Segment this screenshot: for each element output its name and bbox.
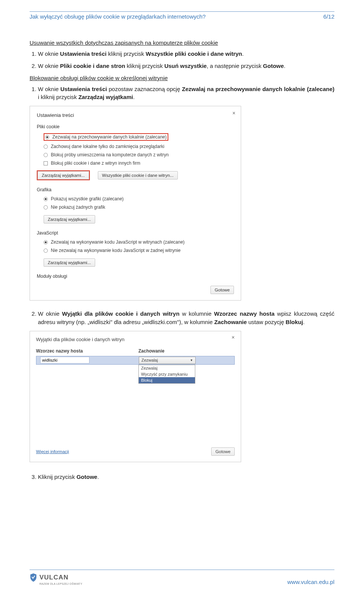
page-header: Jak wyłączyć obsługę plików cookie w prz… (30, 12, 334, 35)
chevron-down-icon: ▼ (190, 359, 193, 362)
section2-item-2: W oknie Wyjątki dla plików cookie i dany… (38, 310, 334, 326)
menu-allow[interactable]: Zezwalaj (139, 365, 195, 371)
highlight-red: Zezwalaj na przechowywanie danych lokaln… (44, 133, 168, 141)
section2-list-cont: W oknie Wyjątki dla plików cookie i dany… (30, 310, 334, 326)
page-footer: VULCAN RAZEM DLA LEPSZEJ OŚWIATY www.vul… (30, 570, 334, 585)
gfx-exceptions-button[interactable]: Zarządzaj wyjątkami... (44, 215, 95, 224)
group-graphics: Grafika Pokazuj wszystkie grafiki (zalec… (37, 187, 234, 224)
footer-url: www.vulcan.edu.pl (287, 579, 334, 585)
menu-clear[interactable]: Wyczyść przy zamykaniu (139, 371, 195, 377)
highlight-red-btn: Zarządzaj wyjątkami... (37, 170, 90, 180)
section2-item-1: W oknie Ustawienia treści pozostaw zazna… (38, 85, 334, 102)
section2-list-end: Kliknij przycisk Gotowe. (30, 473, 334, 481)
table-empty (36, 384, 235, 444)
done-button[interactable]: Gotowe (211, 447, 235, 456)
radio-gfx-hide[interactable]: Nie pokazuj żadnych grafik (44, 205, 234, 210)
group-plugins: Moduły obsługi (37, 274, 234, 279)
section1-title: Usuwanie wszystkich dotychczas zapisanyc… (30, 39, 334, 46)
header-page: 6/12 (323, 13, 334, 20)
brand-name: VULCAN (39, 574, 69, 581)
behavior-menu: Zezwalaj Wyczyść przy zamykaniu Blokuj (138, 365, 195, 384)
col-behavior: Zachowanie (138, 348, 165, 354)
header-title: Jak wyłączyć obsługę plików cookie w prz… (30, 13, 206, 20)
section1-item-2: W oknie Pliki cookie i dane stron klikni… (38, 62, 334, 70)
all-cookies-button[interactable]: Wszystkie pliki cookie i dane witryn... (98, 171, 178, 179)
group-plugins-title: Moduły obsługi (37, 274, 234, 279)
dialog2-footer: Więcej informacji Gotowe (36, 447, 235, 456)
radio-icon (44, 153, 48, 157)
radio-gfx-show[interactable]: Pokazuj wszystkie grafiki (zalecane) (44, 196, 234, 201)
more-info-link[interactable]: Więcej informacji (36, 449, 69, 454)
close-icon[interactable]: × (232, 334, 235, 340)
behavior-select[interactable]: Zezwalaj ▼ (139, 357, 196, 364)
section2-title: Blokowanie obsługi plików cookie w okreś… (30, 75, 334, 81)
group-cookies-title: Pliki cookie (37, 124, 234, 129)
radio-icon (45, 135, 49, 139)
radio-cookies-session[interactable]: Zachowuj dane lokalne tylko do zamknięci… (44, 144, 234, 149)
close-icon[interactable]: × (232, 110, 235, 116)
radio-js-allow[interactable]: Zezwalaj na wykonywanie kodu JavaScript … (44, 239, 234, 245)
section1-item-1: W oknie Ustawienia treści kliknij przyci… (38, 50, 334, 58)
menu-block[interactable]: Blokuj (139, 377, 195, 383)
checkbox-icon (44, 161, 48, 165)
group-cookies: Pliki cookie Zezwalaj na przechowywanie … (37, 124, 234, 180)
brand-logo: VULCAN RAZEM DLA LEPSZEJ OŚWIATY (30, 573, 82, 585)
screenshot-settings: × Ustawienia treści Pliki cookie Zezwala… (30, 106, 241, 301)
table-header: Wzorzec nazwy hosta Zachowanie (36, 345, 235, 356)
radio-icon (44, 240, 48, 244)
screenshot-exceptions: × Wyjątki dla plików cookie i danych wit… (30, 331, 241, 462)
section1-list: W oknie Ustawienia treści kliknij przyci… (30, 50, 334, 70)
dialog-footer: Gotowe (37, 286, 234, 294)
radio-js-block[interactable]: Nie zezwalaj na wykonywanie kodu JavaScr… (44, 248, 234, 253)
radio-icon (44, 249, 48, 253)
radio-icon (44, 205, 48, 209)
section2-list: W oknie Ustawienia treści pozostaw zazna… (30, 85, 334, 102)
radio-icon (44, 145, 48, 149)
radio-icon (44, 197, 48, 201)
group-graphics-title: Grafika (37, 187, 234, 192)
dialog-title: Ustawienia treści (37, 112, 234, 118)
dialog2-title: Wyjątki dla plików cookie i danych witry… (36, 337, 235, 342)
radio-cookies-allow[interactable]: Zezwalaj na przechowywanie danych lokaln… (44, 133, 234, 141)
manage-exceptions-button[interactable]: Zarządzaj wyjątkami... (38, 171, 89, 179)
shield-icon (30, 573, 37, 582)
group-js: JavaScript Zezwalaj na wykonywanie kodu … (37, 230, 234, 267)
check-cookies-third[interactable]: Blokuj pliki cookie i dane z witryn inny… (44, 161, 234, 166)
brand-tagline: RAZEM DLA LEPSZEJ OŚWIATY (39, 582, 82, 585)
radio-cookies-block[interactable]: Blokuj próby umieszczenia na komputerze … (44, 152, 234, 157)
group-js-title: JavaScript (37, 230, 234, 236)
done-button[interactable]: Gotowe (210, 286, 234, 294)
section2-item-3: Kliknij przycisk Gotowe. (38, 473, 334, 481)
col-host: Wzorzec nazwy hosta (36, 348, 138, 354)
host-input[interactable] (40, 357, 89, 364)
js-exceptions-button[interactable]: Zarządzaj wyjątkami... (44, 258, 95, 267)
table-row[interactable]: Zezwalaj ▼ (36, 356, 235, 365)
